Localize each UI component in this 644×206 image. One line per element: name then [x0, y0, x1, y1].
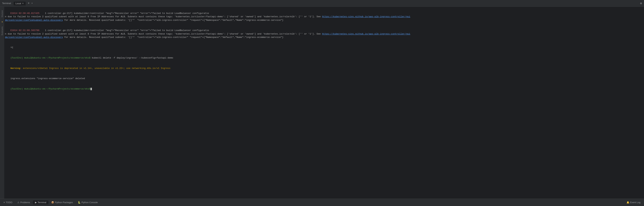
warning-line: Warning: extensions/v1beta1 Ingress is d…	[5, 63, 642, 74]
prompt-user-2: (FastEnv) mukul@ubuntu-vm:~/PycharmProje…	[10, 88, 90, 90]
warning-text: extensions/v1beta1 Ingress is deprecated…	[22, 67, 170, 70]
command-line: (FastEnv) mukul@ubuntu-vm:~/PycharmProje…	[5, 53, 642, 63]
local-tab[interactable]: Local ✕	[13, 1, 26, 5]
problems-button[interactable]: ⚠ Problems	[15, 200, 32, 205]
command-text-1: kubectl delete -f deploy/ingress/ --kube…	[90, 57, 173, 59]
error-content-2-before: 1 controller.go:217] kubebuilder/control…	[5, 29, 322, 35]
error-content-1-after: for more details. Resolved qualified sub…	[63, 19, 284, 21]
error-line-2: E1014 02:31:06.583786 1 controller.go:21…	[5, 25, 642, 43]
python-console-button[interactable]: 🐍 Python Console	[76, 200, 100, 205]
deleted-line: ingress.extensions "ingress-ecommerce-se…	[5, 74, 642, 84]
event-log-label: Event Log	[630, 201, 640, 204]
tab-dropdown-icon[interactable]: ▾	[32, 2, 33, 4]
deleted-text: ingress.extensions "ingress-ecommerce-se…	[10, 77, 85, 80]
python-packages-button[interactable]: 📦 Python Packages	[49, 200, 75, 205]
todo-button[interactable]: ≡ TODO	[2, 200, 14, 205]
prompt-user-1: (FastEnv) mukul@ubuntu-vm:~/PycharmProje…	[10, 57, 90, 59]
sidebar-bookmarks-label[interactable]: Bookmarks	[1, 26, 3, 35]
settings-icon[interactable]: ⚙	[640, 1, 642, 5]
error-content-1-before: 1 controller.go:217] kubebuilder/control…	[5, 12, 322, 18]
terminal-cursor	[90, 88, 92, 90]
prompt-line: (FastEnv) mukul@ubuntu-vm:~/PycharmProje…	[5, 84, 642, 94]
python-console-icon: 🐍	[78, 201, 80, 204]
python-packages-label: Python Packages	[55, 201, 73, 204]
terminal-content: Structure ★ Bookmarks E1014 02:30:46.017…	[0, 7, 644, 199]
warning-label: Warning:	[10, 67, 22, 70]
sidebar-favorites-label[interactable]: ★	[1, 21, 3, 23]
python-console-label: Python Console	[82, 201, 98, 204]
sidebar-structure-label[interactable]: Structure	[1, 10, 3, 17]
terminal-button[interactable]: ▶ Terminal	[33, 200, 48, 205]
python-packages-icon: 📦	[51, 201, 54, 204]
close-icon[interactable]: ✕	[22, 2, 24, 4]
error-content-2-after: for more details. Resolved qualified sub…	[63, 36, 284, 39]
add-tab-button[interactable]: +	[27, 1, 31, 5]
event-log-button[interactable]: 🔔 Event Log	[624, 200, 642, 205]
tab-bar-left: Terminal: Local ✕ + ▾	[2, 1, 33, 5]
toolbar-right: 🔔 Event Log	[624, 200, 642, 205]
todo-label: TODO	[6, 201, 12, 204]
tab-name: Local	[16, 2, 21, 5]
control-c-line: ^C	[5, 42, 642, 53]
error-line-1: E1014 02:30:46.017425 1 controller.go:21…	[5, 8, 642, 25]
terminal-label: Terminal	[38, 201, 46, 204]
left-sidebar: Structure ★ Bookmarks	[0, 7, 4, 199]
terminal-icon: ▶	[35, 201, 37, 204]
bottom-toolbar: ≡ TODO ⚠ Problems ▶ Terminal 📦 Python Pa…	[0, 199, 644, 206]
problems-label: Problems	[20, 201, 30, 204]
terminal-label: Terminal:	[2, 2, 12, 4]
control-c-text: ^C	[10, 46, 13, 49]
tab-bar: Terminal: Local ✕ + ▾ ⚙	[0, 0, 644, 7]
error-timestamp-1: E1014 02:30:46.017425	[10, 12, 40, 15]
problems-icon: ⚠	[17, 201, 20, 204]
event-log-icon: 🔔	[626, 201, 629, 204]
error-timestamp-2: E1014 02:31:06.583786	[10, 29, 40, 32]
todo-icon: ≡	[4, 201, 5, 204]
